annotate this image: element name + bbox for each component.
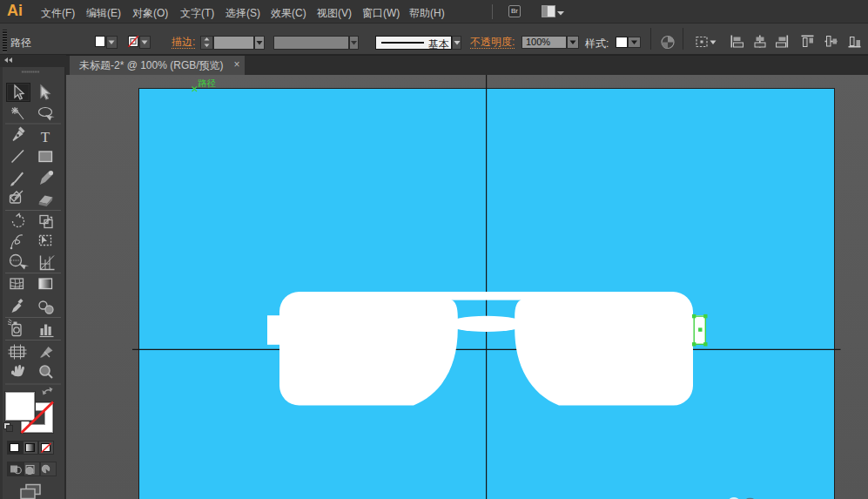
svg-text:T: T bbox=[41, 129, 50, 145]
svg-text:路径: 路径 bbox=[198, 78, 217, 88]
